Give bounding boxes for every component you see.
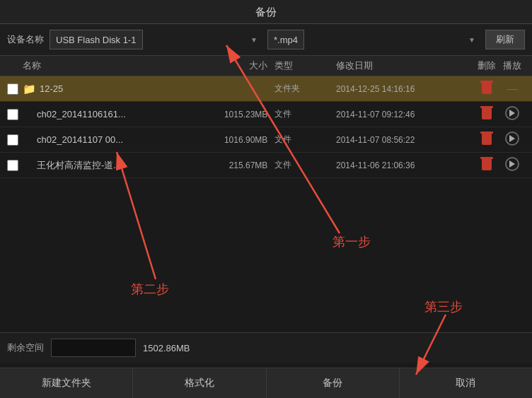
row-delete — [474, 106, 499, 122]
header-delete: 删除 — [474, 59, 499, 72]
backup-button[interactable]: 备份 — [267, 368, 400, 398]
filter-select[interactable]: *.mp4 — [267, 30, 304, 49]
row-play — [499, 131, 525, 148]
table-row[interactable]: 王化村高清监控-道... 215.67MB 文件 2014-11-06 21:0… — [0, 153, 532, 178]
row-size: 1015.23MB — [175, 110, 274, 119]
header-date: 修改日期 — [336, 59, 474, 72]
dash-icon: — — [507, 83, 518, 95]
row-date: 2014-11-07 09:12:46 — [336, 110, 474, 119]
header-play: 播放 — [499, 59, 525, 72]
row-date: 2014-11-06 21:06:36 — [336, 160, 474, 170]
row-checkbox[interactable] — [7, 83, 18, 95]
row-type: 文件 — [274, 134, 336, 146]
new-folder-button[interactable]: 新建文件夹 — [0, 368, 133, 398]
toolbar: 设备名称 USB Flash Disk 1-1 *.mp4 刷新 — [0, 24, 532, 56]
delete-icon[interactable] — [480, 81, 493, 95]
row-play: — — [499, 83, 525, 95]
delete-icon[interactable] — [480, 157, 493, 171]
refresh-button[interactable]: 刷新 — [485, 30, 525, 49]
step2-label: 第二步 — [131, 282, 169, 296]
filter-select-wrapper: *.mp4 — [267, 30, 480, 49]
row-delete — [474, 131, 499, 148]
delete-icon[interactable] — [480, 131, 493, 146]
table-row[interactable]: ch02_20141106161... 1015.23MB 文件 2014-11… — [0, 102, 532, 127]
space-input[interactable] — [51, 339, 136, 357]
row-play — [499, 157, 525, 173]
row-name: 王化村高清监控-道... — [37, 159, 121, 172]
table-header: 名称 大小 类型 修改日期 删除 播放 — [0, 56, 532, 76]
header-size: 大小 — [175, 59, 274, 72]
space-value: 1502.86MB — [143, 343, 190, 353]
page-title: 备份 — [255, 6, 277, 18]
table-row[interactable]: ch02_20141107 00... 1016.90MB 文件 2014-11… — [0, 127, 532, 153]
folder-icon: 📁 — [23, 83, 36, 95]
row-type: 文件 — [274, 108, 336, 120]
row-name: ch02_20141106161... — [37, 109, 126, 119]
row-delete — [474, 81, 499, 97]
space-label: 剩余空间 — [7, 341, 44, 354]
row-size: 215.67MB — [175, 160, 274, 170]
cancel-button[interactable]: 取消 — [400, 368, 532, 398]
bottom-buttons: 新建文件夹 格式化 备份 取消 — [0, 368, 532, 398]
bottom-info: 剩余空间 1502.86MB — [0, 332, 532, 363]
table-row[interactable]: 📁 12-25 文件夹 2014-12-25 14:16:16 — — [0, 76, 532, 102]
header-type: 类型 — [274, 59, 336, 72]
row-play — [499, 106, 525, 122]
step3-label: 第三步 — [424, 300, 463, 314]
row-date: 2014-11-07 08:56:22 — [336, 135, 474, 145]
header-name: 名称 — [23, 59, 41, 72]
row-checkbox[interactable] — [7, 160, 18, 171]
delete-icon[interactable] — [480, 106, 493, 120]
row-size: 1016.90MB — [175, 135, 274, 145]
row-checkbox[interactable] — [7, 109, 18, 120]
row-name: ch02_20141107 00... — [37, 134, 123, 145]
row-date: 2014-12-25 14:16:16 — [336, 84, 474, 94]
device-label: 设备名称 — [7, 33, 44, 46]
table-body: 📁 12-25 文件夹 2014-12-25 14:16:16 — ch02_2… — [0, 76, 532, 239]
play-icon[interactable] — [505, 157, 519, 171]
row-delete — [474, 157, 499, 173]
title-bar: 备份 — [0, 0, 532, 24]
device-select[interactable]: USB Flash Disk 1-1 — [50, 30, 143, 49]
format-button[interactable]: 格式化 — [133, 368, 266, 398]
row-type: 文件夹 — [274, 83, 336, 95]
row-type: 文件 — [274, 159, 336, 171]
play-icon[interactable] — [505, 131, 519, 146]
row-checkbox[interactable] — [7, 134, 18, 146]
row-name: 12-25 — [40, 83, 63, 94]
device-select-wrapper: USB Flash Disk 1-1 — [50, 30, 262, 49]
play-icon[interactable] — [505, 106, 519, 120]
